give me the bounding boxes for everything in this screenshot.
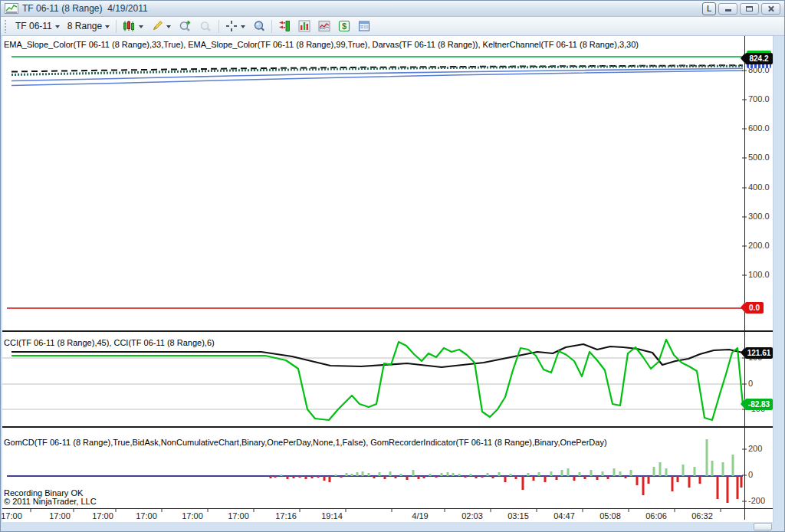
time-axis-label: 05:08 — [599, 511, 621, 521]
maximize-icon — [746, 6, 753, 11]
toolbar-separator — [116, 20, 117, 33]
zoom-in-button[interactable] — [175, 18, 195, 34]
blue-magnifier-icon — [253, 20, 265, 32]
instrument-selector[interactable]: TF 06-11 — [11, 18, 64, 34]
window-title: TF 06-11 (8 Range) 4/19/2011 — [22, 3, 148, 14]
chart-app-icon — [5, 3, 18, 14]
time-axis[interactable]: 17:0017:0017:0017:0017:0017:0017:1619:14… — [1, 511, 774, 522]
dollar-glyph: $ — [342, 21, 347, 31]
last-price-marker: 824.2 — [745, 51, 773, 68]
chevron-down-icon — [241, 25, 245, 31]
time-axis-label: 17:00 — [182, 511, 203, 521]
minimize-button[interactable] — [718, 3, 737, 15]
y-axis-label: 500.0 — [748, 153, 770, 162]
y-axis-label: 700.0 — [748, 94, 770, 103]
pencil-icon — [151, 20, 163, 32]
account-dollar-button[interactable]: $ — [334, 18, 354, 34]
y-axis-label: 100.0 — [748, 270, 770, 279]
toolbar-separator — [271, 20, 272, 33]
chevron-down-icon — [139, 25, 143, 31]
data-box-button[interactable] — [249, 18, 269, 34]
toolbar-separator — [218, 20, 219, 33]
zero-level-marker: 0.0 — [745, 302, 764, 314]
mini-chart-button[interactable] — [314, 18, 334, 34]
interval-label: 8 Range — [67, 21, 102, 31]
instrument-label: TF 06-11 — [15, 21, 52, 31]
close-button[interactable] — [761, 3, 780, 15]
chart-style-button[interactable] — [119, 18, 147, 34]
gomcd-panel-indicator-label: GomCD(TF 06-11 (8 Range),True,BidAsk,Non… — [4, 438, 607, 447]
time-axis-label: 19:14 — [321, 511, 343, 521]
y-axis-label: 200 — [748, 444, 762, 453]
y-axis-label: 400.0 — [748, 182, 770, 192]
market-analyzer-button[interactable] — [294, 18, 314, 34]
price-axis[interactable]: 800.0700.0600.0500.0400.0300.0200.0100.0… — [748, 1, 773, 532]
price-panel-indicator-label: EMA_Slope_Color(TF 06-11 (8 Range),33,Tr… — [4, 40, 639, 49]
bars-box-icon — [298, 20, 310, 32]
chevron-down-icon — [55, 25, 60, 31]
y-axis-label: 300.0 — [748, 212, 770, 221]
candlestick-icon — [123, 20, 136, 32]
green-bar-arrows-icon — [278, 20, 291, 32]
time-axis-label: 17:00 — [92, 511, 113, 521]
cci6-value-marker: -82.83 — [745, 399, 773, 410]
zoom-out-button[interactable] — [195, 18, 216, 34]
window-panel-icon — [358, 20, 370, 32]
y-axis-label: -200 — [748, 496, 765, 505]
dollar-icon: $ — [338, 20, 350, 32]
time-axis-label: 17:16 — [275, 511, 297, 521]
time-axis-label: 06:32 — [691, 511, 713, 521]
toolbar-grip[interactable] — [4, 19, 8, 33]
time-axis-label: 4/19 — [412, 511, 428, 521]
panel-separator[interactable] — [2, 330, 773, 332]
title-bar[interactable]: TF 06-11 (8 Range) 4/19/2011 L — [1, 1, 784, 17]
interval-selector[interactable]: 8 Range — [64, 18, 113, 34]
chevron-down-icon — [105, 25, 110, 31]
time-axis-label: 17:00 — [136, 511, 157, 521]
time-axis-label: 17:00 — [49, 511, 71, 521]
copyright-notice: © 2011 NinjaTrader, LLC — [4, 498, 97, 505]
window-controls: L — [702, 2, 780, 15]
crosshair-button[interactable] — [222, 18, 249, 34]
time-axis-label: 03:15 — [507, 511, 529, 521]
time-axis-line — [2, 508, 773, 509]
minimize-icon — [725, 9, 731, 11]
cci-panel-indicator-label: CCI(TF 06-11 (8 Range),45), CCI(TF 06-11… — [4, 338, 215, 347]
time-axis-label: 04:47 — [553, 511, 575, 521]
y-axis-label: 600.0 — [748, 123, 770, 133]
recording-status: Recording Binary OK — [4, 489, 83, 497]
time-axis-label: 17:00 — [228, 511, 249, 521]
chart-trader-button[interactable] — [274, 18, 294, 34]
magnifier-plus-icon — [179, 20, 192, 32]
chart-window: TF 06-11 (8 Range) 4/19/2011 L TF 06-11 … — [0, 0, 785, 532]
maximize-button[interactable] — [740, 3, 759, 15]
drawing-tools-button[interactable] — [147, 18, 175, 34]
price-axis-line — [744, 36, 745, 520]
magnifier-icon — [199, 20, 212, 32]
area-chart-icon — [318, 20, 330, 32]
toolbar: TF 06-11 8 Range — [1, 17, 784, 36]
properties-button[interactable] — [354, 18, 374, 34]
y-axis-label: 200.0 — [748, 241, 770, 250]
cci45-value-marker: 121.61 — [745, 347, 773, 359]
resize-grip[interactable] — [754, 523, 772, 530]
time-axis-label: 06:06 — [645, 511, 667, 521]
time-axis-label: 02:03 — [461, 511, 483, 521]
chart-background — [2, 36, 774, 522]
panel-separator[interactable] — [2, 426, 773, 428]
close-icon — [767, 5, 774, 12]
y-axis-label: 0 — [748, 470, 753, 479]
link-button[interactable]: L — [702, 2, 716, 15]
crosshair-icon — [225, 20, 238, 32]
y-axis-label: 0 — [748, 379, 753, 388]
time-axis-label: 17:00 — [1, 511, 22, 521]
chevron-down-icon — [166, 25, 171, 31]
